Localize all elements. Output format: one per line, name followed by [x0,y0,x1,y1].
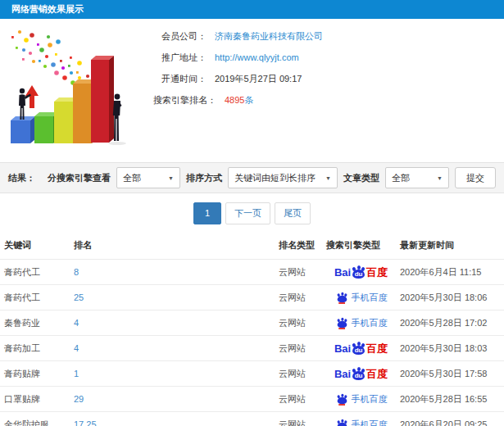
keyword-cell: 秦鲁药业 [0,310,70,336]
rank-link[interactable]: 29 [74,394,84,404]
sort-value: 关键词由短到长排序 [234,172,317,184]
promo-url-link[interactable]: http://www.qlyyjt.com [215,51,299,64]
rank-type-cell: 云网站 [275,260,322,285]
table-row: 膏药代工 25 云网站 手机百度 2020年5月30日 18:06 [0,285,504,310]
update-time-cell: 2020年6月20日 09:25 [396,412,504,426]
baidu-logo-cn: 百度 [366,267,388,279]
keyword-text: 膏药代工 [4,292,40,302]
baidu-paw-icon [336,394,347,404]
rank-type-cell: 云网站 [275,361,322,387]
column-header-update-time: 最新更新时间 [396,233,504,260]
baidu-logo: Baidu百度 [334,367,388,380]
baidu-paw-icon: du [352,367,366,380]
mobile-baidu-label: 手机百度 [352,292,388,304]
promo-url-row: 推广地址： http://www.qlyyjt.com [146,51,504,64]
rank-link[interactable]: 4 [74,343,79,353]
baidu-logo-cn: 百度 [366,343,388,355]
keyword-cell: 口罩贴牌 [0,387,70,412]
result-label: 结果： [8,172,35,184]
title-bar: 网络营销效果展示 [0,0,504,19]
results-table: 关键词 排名 排名类型 搜索引擎类型 最新更新时间 膏药代工 8 云网站 Bai… [0,233,504,426]
table-header-row: 关键词 排名 排名类型 搜索引擎类型 最新更新时间 [0,233,504,260]
baidu-logo-bai: Bai [334,267,351,279]
mobile-baidu-logo: 手机百度 [335,418,388,426]
rank-link[interactable]: 1 [74,369,79,378]
pagination: 1 下一页 尾页 [0,193,504,233]
rank-link[interactable]: 8 [74,267,79,277]
chevron-down-icon: ▼ [325,175,331,181]
table-row: 金华防护服 17,25 云网站 手机百度 2020年6月20日 09:25 [0,412,504,426]
article-type-select[interactable]: 全部 ▼ [385,167,449,188]
opened-time-label: 开通时间： [146,72,207,85]
page-1-button[interactable]: 1 [193,202,221,224]
column-header-rank-type: 排名类型 [275,233,322,260]
table-row: 膏药加工 4 云网站 Baidu百度 2020年5月30日 18:03 [0,336,504,361]
rank-count: 4895 [225,95,244,105]
table-row: 膏药贴牌 1 云网站 Baidu百度 2020年5月30日 17:58 [0,361,504,387]
engine-cell: 手机百度 [322,387,396,412]
next-page-button[interactable]: 下一页 [225,202,270,224]
bar-blue [11,116,35,143]
company-row: 会员公司： 济南秦鲁药业科技有限公司 [146,29,504,43]
rank-type-cell: 云网站 [275,310,322,336]
keyword-text: 金华防护服 [4,419,49,426]
businessman-right [113,94,122,141]
sort-select[interactable]: 关键词由短到长排序 ▼ [228,167,338,188]
rank-cell: 4 [70,336,275,361]
rank-type-cell: 云网站 [275,285,322,310]
table-row: 秦鲁药业 4 云网站 手机百度 2020年5月28日 17:02 [0,310,504,336]
keyword-text: 秦鲁药业 [4,318,40,328]
baidu-logo: Baidu百度 [334,342,388,355]
filter-controls: 分搜索引擎查看 全部 ▼ 排序方式 关键词由短到长排序 ▼ 文章类型 全部 ▼ … [48,167,496,188]
mobile-baidu-label: 手机百度 [352,317,388,329]
mobile-baidu-label: 手机百度 [352,393,388,406]
engine-rank-row: 搜索引擎排名： 4895条 [146,93,504,106]
engine-filter-select[interactable]: 全部 ▼ [116,167,180,188]
engine-cell: Baidu百度 [322,336,396,361]
rank-cell: 8 [70,260,275,285]
bar-red [91,56,114,143]
rank-link[interactable]: 17,25 [74,419,97,426]
rank-cell: 29 [70,387,275,412]
keyword-cell: 膏药代工 [0,285,70,310]
rank-link[interactable]: 25 [74,292,84,302]
baidu-paw-icon [336,419,347,426]
keyword-text: 口罩贴牌 [4,394,40,404]
keyword-text: 膏药贴牌 [4,369,40,378]
baidu-logo-bai: Bai [334,369,351,380]
info-section: 会员公司： 济南秦鲁药业科技有限公司 推广地址： http://www.qlyy… [0,19,504,154]
engine-filter-label: 分搜索引擎查看 [48,172,111,184]
column-header-rank: 排名 [70,233,275,260]
engine-cell: Baidu百度 [322,260,396,285]
rank-cell: 25 [70,285,275,310]
growth-chart-graphic [0,26,146,149]
company-name: 济南秦鲁药业科技有限公司 [215,29,323,43]
keyword-text: 膏药加工 [4,343,40,353]
update-time-cell: 2020年5月28日 17:02 [396,310,504,336]
keyword-cell: 膏药代工 [0,260,70,285]
sort-label: 排序方式 [186,172,222,184]
rank-type-cell: 云网站 [275,387,322,412]
table-row: 口罩贴牌 29 云网站 手机百度 2020年5月28日 16:55 [0,387,504,412]
bar-chart-illustration [0,26,146,149]
article-type-value: 全部 [392,172,429,184]
engine-cell: 手机百度 [322,412,396,426]
column-header-engine-type: 搜索引擎类型 [322,233,396,260]
baidu-paw-icon: du [352,265,366,279]
submit-button[interactable]: 提交 [455,167,496,188]
update-time-cell: 2020年5月30日 18:06 [396,285,504,310]
rank-cell: 17,25 [70,412,275,426]
table-row: 膏药代工 8 云网站 Baidu百度 2020年6月4日 11:15 [0,260,504,285]
update-time-cell: 2020年5月30日 17:58 [396,361,504,387]
rank-link[interactable]: 4 [74,318,79,328]
engine-cell: 手机百度 [322,310,396,336]
last-page-button[interactable]: 尾页 [275,202,311,224]
baidu-paw-icon: du [352,342,366,355]
opened-time-row: 开通时间： 2019年5月27日 09:17 [146,72,504,85]
update-time-cell: 2020年6月4日 11:15 [396,260,504,285]
info-fields: 会员公司： 济南秦鲁药业科技有限公司 推广地址： http://www.qlyy… [146,26,504,154]
update-time-cell: 2020年5月30日 18:03 [396,336,504,361]
company-label: 会员公司： [146,29,207,43]
keyword-cell: 金华防护服 [0,412,70,426]
baidu-logo: Baidu百度 [334,265,388,279]
